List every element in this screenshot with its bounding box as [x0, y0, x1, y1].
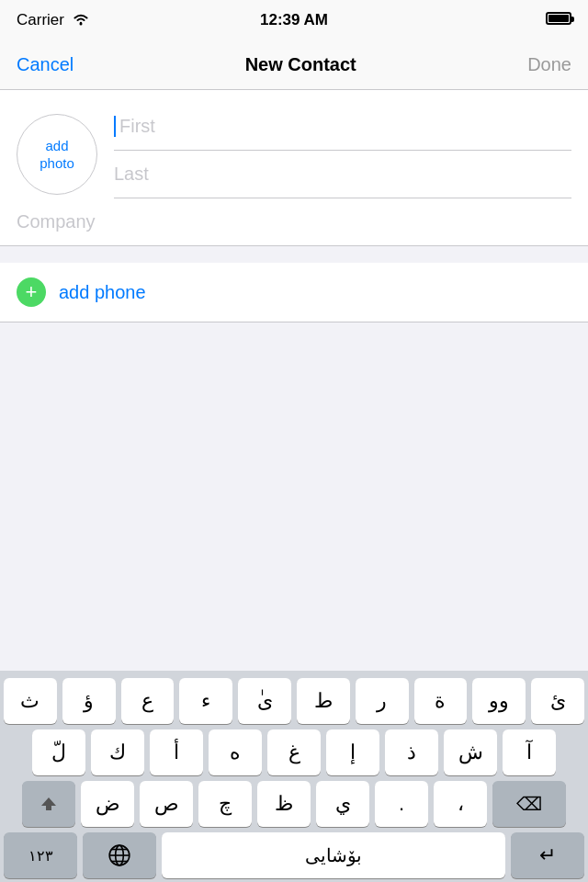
key-thai7[interactable]: ر — [356, 678, 409, 724]
company-row — [0, 198, 588, 246]
keyboard-row-1: ث ؤ ع ء ٰى ط ر ة وو ئ — [4, 678, 584, 724]
key-ar7[interactable]: ذ — [385, 729, 438, 775]
name-fields — [114, 107, 571, 198]
key-ar2[interactable]: ك — [91, 729, 144, 775]
keyboard: ث ؤ ع ء ٰى ط ر ة وو ئ لّ ك أ ه غ إ ذ ش آ… — [0, 671, 588, 882]
keyboard-row-2: لّ ك أ ه غ إ ذ ش آ — [4, 729, 584, 775]
numbers-label: ١٢٣ — [28, 847, 53, 865]
cancel-button[interactable]: Cancel — [17, 54, 74, 75]
key-thai10[interactable]: ئ — [531, 678, 584, 724]
backspace-key[interactable]: ⌫ — [492, 781, 566, 827]
backspace-icon: ⌫ — [516, 793, 542, 815]
key-ar6[interactable]: إ — [326, 729, 379, 775]
return-icon: ↵ — [539, 843, 556, 867]
key-thai4[interactable]: ء — [179, 678, 232, 724]
status-time: 12:39 AM — [260, 11, 328, 29]
last-name-input[interactable] — [114, 164, 571, 185]
space-key[interactable]: بۆشایی — [162, 832, 505, 878]
page-title: New Contact — [245, 54, 356, 75]
numbers-key[interactable]: ١٢٣ — [4, 832, 77, 878]
key-ar4[interactable]: ه — [209, 729, 262, 775]
first-name-input[interactable] — [114, 116, 571, 137]
key-ar3[interactable]: أ — [150, 729, 203, 775]
company-input[interactable] — [17, 211, 571, 232]
last-name-row — [114, 151, 571, 198]
key-ar9[interactable]: آ — [503, 729, 556, 775]
shift-key[interactable] — [22, 781, 75, 827]
globe-key[interactable] — [83, 832, 156, 878]
status-left: Carrier — [17, 11, 90, 29]
add-phone-button[interactable]: + — [17, 277, 46, 307]
key-thai1[interactable]: ث — [4, 678, 57, 724]
key-comma[interactable]: ، — [434, 781, 487, 827]
key-row3-3[interactable]: چ — [198, 781, 252, 827]
key-thai5[interactable]: ٰى — [238, 678, 291, 724]
key-thai3[interactable]: ع — [121, 678, 175, 724]
wifi-icon — [72, 12, 90, 28]
first-name-row — [114, 110, 571, 151]
key-thai8[interactable]: ة — [414, 678, 468, 724]
svg-rect-1 — [46, 806, 51, 808]
key-row3-2[interactable]: ص — [140, 781, 193, 827]
keyboard-row-3: ض ص چ ظ ي . ، ⌫ — [4, 781, 584, 827]
plus-icon: + — [26, 282, 38, 302]
form-area: addphoto — [0, 90, 588, 246]
carrier-label: Carrier — [17, 11, 64, 29]
key-row3-5[interactable]: ي — [316, 781, 369, 827]
add-photo-button[interactable]: addphoto — [17, 114, 97, 195]
key-thai9[interactable]: وو — [472, 678, 526, 724]
nav-bar: Cancel New Contact Done — [0, 40, 588, 90]
add-phone-row[interactable]: + add phone — [0, 263, 588, 322]
add-photo-label: addphoto — [40, 137, 74, 173]
add-phone-label: add phone — [59, 282, 146, 303]
return-key[interactable]: ↵ — [511, 832, 584, 878]
keyboard-bottom-row: ١٢٣ بۆشایی ↵ — [4, 832, 584, 878]
key-ar5[interactable]: غ — [267, 729, 321, 775]
svg-point-0 — [79, 23, 82, 26]
contact-header: addphoto — [0, 90, 588, 198]
battery-icon — [546, 11, 571, 29]
status-bar: Carrier 12:39 AM — [0, 0, 588, 40]
text-cursor — [114, 116, 116, 137]
key-row3-4[interactable]: ظ — [257, 781, 311, 827]
key-ar1[interactable]: لّ — [32, 729, 85, 775]
globe-icon — [107, 843, 131, 867]
key-row3-1[interactable]: ض — [81, 781, 134, 827]
space-label: بۆشایی — [305, 844, 362, 866]
key-thai6[interactable]: ط — [297, 678, 350, 724]
key-thai2[interactable]: ؤ — [62, 678, 116, 724]
key-ar8[interactable]: ش — [444, 729, 497, 775]
done-button[interactable]: Done — [527, 54, 571, 75]
key-period[interactable]: . — [375, 781, 428, 827]
